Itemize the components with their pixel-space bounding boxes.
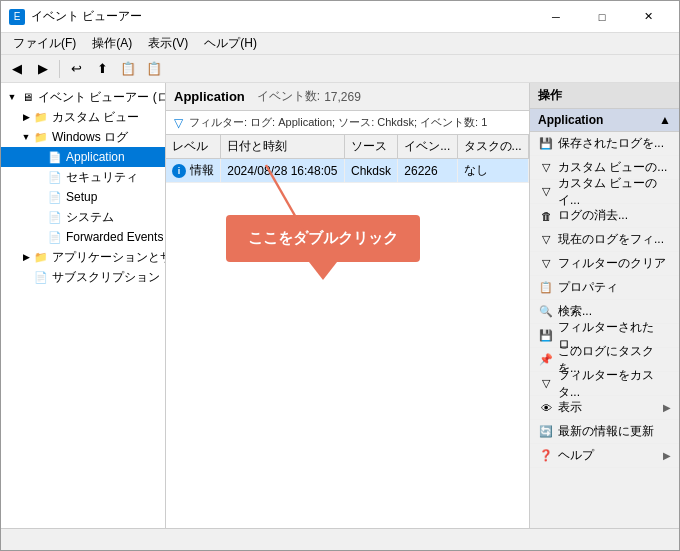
icon-application: 📄 bbox=[47, 149, 63, 165]
view-icon: 👁 bbox=[538, 400, 554, 416]
save-filtered-icon: 💾 bbox=[538, 328, 554, 344]
col-task: タスクの... bbox=[457, 135, 528, 159]
col-source: ソース bbox=[345, 135, 398, 159]
sidebar-item-system[interactable]: 📄 システム bbox=[1, 207, 165, 227]
toolbar-separator-1 bbox=[59, 60, 60, 78]
icon-forwarded: 📄 bbox=[47, 229, 63, 245]
label-subscription: サブスクリプション bbox=[52, 269, 160, 286]
sidebar-item-app-services[interactable]: ▶ 📁 アプリケーションとサービス bbox=[1, 247, 165, 267]
sidebar-item-application[interactable]: 📄 Application bbox=[1, 147, 165, 167]
label-windows-log: Windows ログ bbox=[52, 129, 128, 146]
col-level: レベル bbox=[166, 135, 221, 159]
toggle-setup bbox=[33, 190, 47, 204]
label-application: Application bbox=[66, 150, 125, 164]
sidebar-item-custom[interactable]: ▶ 📁 カスタム ビュー bbox=[1, 107, 165, 127]
window-controls: ─ □ ✕ bbox=[533, 1, 671, 33]
search-icon: 🔍 bbox=[538, 304, 554, 320]
toolbar-btn-3[interactable]: 📋 bbox=[116, 58, 140, 80]
action-save-log[interactable]: 💾 保存されたログを... bbox=[530, 132, 679, 156]
sidebar-item-setup[interactable]: 📄 Setup bbox=[1, 187, 165, 207]
col-datetime: 日付と時刻 bbox=[221, 135, 345, 159]
forward-button[interactable]: ▶ bbox=[31, 58, 55, 80]
title-bar-left: E イベント ビューアー bbox=[9, 8, 142, 25]
save-log-label: 保存されたログを... bbox=[558, 135, 664, 152]
content-area: Application イベント数: 17,269 ▽ フィルター: ログ: A… bbox=[166, 83, 529, 528]
sidebar-item-subscription[interactable]: 📄 サブスクリプション bbox=[1, 267, 165, 287]
action-help[interactable]: ❓ ヘルプ ▶ bbox=[530, 444, 679, 468]
panel-section-label: Application bbox=[538, 113, 603, 127]
content-header: Application イベント数: 17,269 bbox=[166, 83, 529, 111]
label-app-services: アプリケーションとサービス bbox=[52, 249, 166, 266]
back-button[interactable]: ◀ bbox=[5, 58, 29, 80]
action-clear-filter[interactable]: ▽ フィルターのクリア bbox=[530, 252, 679, 276]
toggle-root: ▼ bbox=[5, 90, 19, 104]
action-custom-view2[interactable]: ▽ カスタム ビューのイ... bbox=[530, 180, 679, 204]
sidebar-item-security[interactable]: 📄 セキュリティ bbox=[1, 167, 165, 187]
label-root: イベント ビューアー (ローカル) bbox=[38, 89, 166, 106]
properties-icon: 📋 bbox=[538, 280, 554, 296]
level-text: 情報 bbox=[190, 162, 214, 179]
window-title: イベント ビューアー bbox=[31, 8, 142, 25]
sidebar-item-windows-log[interactable]: ▼ 📁 Windows ログ bbox=[1, 127, 165, 147]
cell-datetime: 2024/08/28 16:48:05 bbox=[221, 159, 345, 183]
callout-box: ここをダブルクリック bbox=[226, 215, 420, 262]
action-properties[interactable]: 📋 プロパティ bbox=[530, 276, 679, 300]
clear-log-label: ログの消去... bbox=[558, 207, 628, 224]
menu-view[interactable]: 表示(V) bbox=[140, 33, 196, 54]
toolbar-btn-1[interactable]: ↩ bbox=[64, 58, 88, 80]
right-panel: 操作 Application ▲ 💾 保存されたログを... ▽ カスタム ビュ… bbox=[529, 83, 679, 528]
title-bar: E イベント ビューアー ─ □ ✕ bbox=[1, 1, 679, 33]
sidebar-item-root[interactable]: ▼ 🖥 イベント ビューアー (ローカル) bbox=[1, 87, 165, 107]
maximize-button[interactable]: □ bbox=[579, 1, 625, 33]
menu-file[interactable]: ファイル(F) bbox=[5, 33, 84, 54]
icon-app-services: 📁 bbox=[33, 249, 49, 265]
action-filter-log[interactable]: ▽ 現在のログをフィ... bbox=[530, 228, 679, 252]
filter-log-label: 現在のログをフィ... bbox=[558, 231, 664, 248]
event-table: レベル 日付と時刻 ソース イベン... タスクの... i bbox=[166, 135, 529, 528]
icon-security: 📄 bbox=[47, 169, 63, 185]
callout-wrapper: ここをダブルクリック bbox=[226, 215, 420, 262]
icon-windows-log: 📁 bbox=[33, 129, 49, 145]
menu-action[interactable]: 操作(A) bbox=[84, 33, 140, 54]
search-label: 検索... bbox=[558, 303, 592, 320]
main-area: ▼ 🖥 イベント ビューアー (ローカル) ▶ 📁 カスタム ビュー ▼ 📁 W… bbox=[1, 83, 679, 528]
table-row[interactable]: i 情報 2024/08/28 16:48:05 Chkdsk 26226 なし bbox=[166, 159, 529, 183]
action-view[interactable]: 👁 表示 ▶ bbox=[530, 396, 679, 420]
help-arrow: ▶ bbox=[663, 450, 671, 461]
toolbar: ◀ ▶ ↩ ⬆ 📋 📋 bbox=[1, 55, 679, 83]
toggle-custom: ▶ bbox=[19, 110, 33, 124]
action-refresh[interactable]: 🔄 最新の情報に更新 bbox=[530, 420, 679, 444]
custom-view2-icon: ▽ bbox=[538, 184, 554, 200]
menu-help[interactable]: ヘルプ(H) bbox=[196, 33, 265, 54]
menu-bar: ファイル(F) 操作(A) 表示(V) ヘルプ(H) bbox=[1, 33, 679, 55]
custom-view-label: カスタム ビューの... bbox=[558, 159, 667, 176]
toolbar-btn-2[interactable]: ⬆ bbox=[90, 58, 114, 80]
label-custom: カスタム ビュー bbox=[52, 109, 139, 126]
attach-task-icon: 📌 bbox=[538, 352, 554, 368]
filter-icon: ▽ bbox=[174, 116, 183, 130]
action-filter-custom[interactable]: ▽ フィルターをカスタ... bbox=[530, 372, 679, 396]
close-button[interactable]: ✕ bbox=[625, 1, 671, 33]
view-label: 表示 bbox=[558, 399, 582, 416]
content-title-group: Application イベント数: 17,269 bbox=[174, 88, 361, 105]
save-log-icon: 💾 bbox=[538, 136, 554, 152]
filter-bar: ▽ フィルター: ログ: Application; ソース: Chkdsk; イ… bbox=[166, 111, 529, 135]
refresh-label: 最新の情報に更新 bbox=[558, 423, 654, 440]
toggle-windows-log: ▼ bbox=[19, 130, 33, 144]
panel-section-title: Application ▲ bbox=[530, 109, 679, 132]
sidebar-item-forwarded[interactable]: 📄 Forwarded Events bbox=[1, 227, 165, 247]
clear-log-icon: 🗑 bbox=[538, 208, 554, 224]
minimize-button[interactable]: ─ bbox=[533, 1, 579, 33]
toolbar-btn-4[interactable]: 📋 bbox=[142, 58, 166, 80]
main-window: E イベント ビューアー ─ □ ✕ ファイル(F) 操作(A) 表示(V) ヘ… bbox=[0, 0, 680, 551]
panel-section-arrow: ▲ bbox=[659, 113, 671, 127]
refresh-icon: 🔄 bbox=[538, 424, 554, 440]
icon-custom: 📁 bbox=[33, 109, 49, 125]
events-list: レベル 日付と時刻 ソース イベン... タスクの... i bbox=[166, 135, 529, 183]
event-count-label: イベント数: bbox=[257, 88, 320, 105]
cell-task: なし bbox=[457, 159, 528, 183]
action-clear-log[interactable]: 🗑 ログの消去... bbox=[530, 204, 679, 228]
icon-setup: 📄 bbox=[47, 189, 63, 205]
col-eventid: イベン... bbox=[398, 135, 457, 159]
cell-eventid: 26226 bbox=[398, 159, 457, 183]
